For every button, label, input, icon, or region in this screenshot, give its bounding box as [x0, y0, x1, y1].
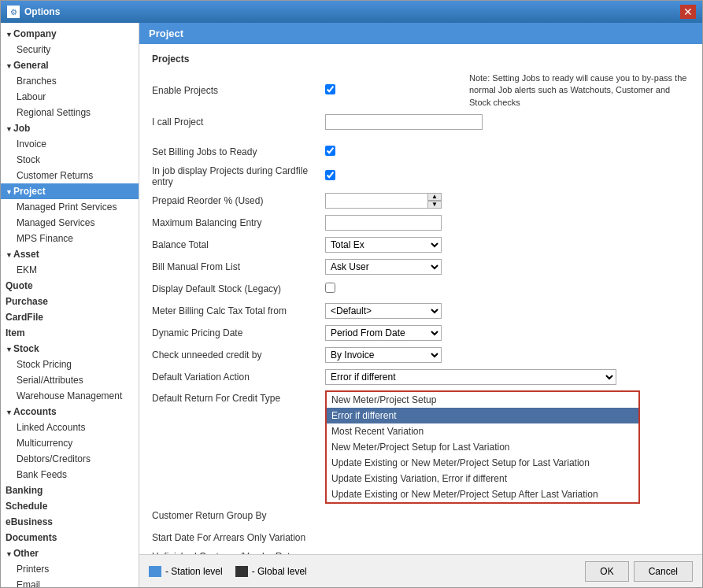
dynamic-pricing-control: Period From Date — [325, 325, 483, 341]
meter-billing-label: Meter Billing Calc Tax Total from — [152, 305, 325, 316]
in-job-display-label: In job display Projects during Cardfile … — [152, 165, 325, 187]
i-call-project-label: I call Project — [152, 116, 325, 128]
check-unneeded-select[interactable]: By Invoice — [325, 347, 442, 363]
section-title: Projects — [152, 54, 690, 65]
max-balancing-row: Maximum Balancing Entry 0.05 — [152, 214, 690, 231]
sidebar-item-serial-attributes[interactable]: Serial/Attributes — [1, 372, 139, 388]
start-date-arrears-row: Start Date For Arrears Only Variation — [152, 529, 690, 546]
enable-projects-checkbox[interactable] — [325, 84, 335, 94]
sidebar-item-other[interactable]: ▼Other — [1, 545, 139, 561]
sidebar-item-ebusiness[interactable]: eBusiness — [1, 514, 139, 530]
customer-return-group-label: Customer Return Group By — [152, 510, 325, 521]
sidebar-item-warehouse[interactable]: Warehouse Management — [1, 388, 139, 404]
sidebar-item-printers[interactable]: Printers — [1, 561, 139, 577]
dropdown-option-update-existing-after[interactable]: Update Existing or New Meter/Project Set… — [327, 486, 638, 502]
sidebar-item-schedule[interactable]: Schedule — [1, 498, 139, 514]
display-default-stock-checkbox[interactable] — [325, 283, 335, 293]
sidebar-item-item[interactable]: Item — [1, 325, 139, 341]
default-return-label: Default Return For Credit Type — [152, 390, 325, 404]
set-billing-label: Set Billing Jobs to Ready — [152, 146, 325, 157]
i-call-project-input[interactable]: Project — [325, 114, 483, 130]
check-unneeded-row: Check unneeded credit by By Invoice — [152, 346, 690, 364]
sidebar-item-quote[interactable]: Quote — [1, 278, 139, 294]
sidebar-item-documents[interactable]: Documents — [1, 530, 139, 545]
sidebar-item-multicurrency[interactable]: Multicurrency — [1, 435, 139, 451]
prepaid-reorder-up[interactable]: ▲ — [427, 193, 442, 201]
prepaid-reorder-down[interactable]: ▼ — [427, 201, 442, 209]
sidebar-item-labour[interactable]: Labour — [1, 89, 139, 105]
sidebar-item-mps-finance[interactable]: MPS Finance — [1, 231, 139, 246]
ok-button[interactable]: OK — [585, 561, 628, 582]
main-content: Project Projects Enable Projects Note: S… — [139, 23, 702, 587]
prepaid-reorder-label: Prepaid Reorder % (Used) — [152, 195, 325, 206]
sidebar-item-asset[interactable]: ▼Asset — [1, 246, 139, 262]
dropdown-option-new-meter-project[interactable]: New Meter/Project Setup — [327, 392, 638, 408]
balance-total-row: Balance Total Total Ex Total Inc — [152, 236, 690, 253]
in-job-display-row: In job display Projects during Cardfile … — [152, 165, 690, 187]
display-default-stock-control — [325, 283, 483, 295]
sidebar-item-bank-feeds[interactable]: Bank Feeds — [1, 467, 139, 483]
dropdown-option-new-meter-last[interactable]: New Meter/Project Setup for Last Variati… — [327, 439, 638, 455]
max-balancing-control: 0.05 — [325, 215, 483, 231]
sidebar-item-security[interactable]: Security — [1, 42, 139, 57]
set-billing-row: Set Billing Jobs to Ready — [152, 143, 690, 161]
sidebar-item-branches[interactable]: Branches — [1, 73, 139, 89]
sidebar-item-banking[interactable]: Banking — [1, 483, 139, 498]
meter-billing-select[interactable]: <Default> — [325, 303, 442, 319]
prepaid-reorder-control: 100 ▲ ▼ — [325, 193, 483, 209]
title-bar-left: ⚙ Options — [7, 6, 60, 18]
global-legend-item: - Global level — [235, 566, 307, 577]
prepaid-reorder-input[interactable]: 100 — [325, 193, 427, 209]
dropdown-option-update-existing-new[interactable]: Update Existing or New Meter/Project Set… — [327, 455, 638, 471]
in-job-display-checkbox[interactable] — [325, 170, 335, 180]
sidebar-item-cardfile[interactable]: CardFile — [1, 309, 139, 325]
sidebar-item-project[interactable]: ▼Project — [1, 183, 139, 199]
sidebar-item-managed-print[interactable]: Managed Print Services — [1, 199, 139, 215]
footer: - Station level - Global level OK Cancel — [139, 554, 702, 587]
sidebar-item-invoice[interactable]: Invoice — [1, 136, 139, 152]
dropdown-option-update-existing-error[interactable]: Update Existing Variation, Error if diff… — [327, 471, 638, 486]
sidebar-item-ekm[interactable]: EKM — [1, 262, 139, 278]
display-default-stock-row: Display Default Stock (Legacy) — [152, 280, 690, 298]
sidebar-item-stock[interactable]: ▼Stock — [1, 341, 139, 357]
balance-total-control: Total Ex Total Inc — [325, 237, 483, 253]
footer-legend: - Station level - Global level — [149, 566, 307, 577]
dynamic-pricing-row: Dynamic Pricing Date Period From Date — [152, 324, 690, 342]
options-window: ⚙ Options ✕ ▼Company Security ▼General B… — [0, 0, 703, 588]
bill-manual-select[interactable]: Ask User — [325, 259, 442, 275]
dropdown-option-most-recent[interactable]: Most Recent Variation — [327, 423, 638, 439]
sidebar-item-company[interactable]: ▼Company — [1, 26, 139, 42]
start-date-arrears-label: Start Date For Arrears Only Variation — [152, 532, 325, 543]
close-button[interactable]: ✕ — [680, 5, 696, 19]
sidebar-item-linked-accounts[interactable]: Linked Accounts — [1, 420, 139, 435]
station-legend-item: - Station level — [149, 566, 223, 577]
sidebar: ▼Company Security ▼General Branches Labo… — [1, 23, 139, 587]
sidebar-item-general[interactable]: ▼General — [1, 57, 139, 73]
sidebar-item-managed-services[interactable]: Managed Services — [1, 215, 139, 231]
sidebar-item-debtors-creditors[interactable]: Debtors/Creditors — [1, 451, 139, 467]
sidebar-item-stock-job[interactable]: Stock — [1, 152, 139, 168]
default-variation-control: Error if different — [325, 369, 640, 385]
global-legend-box — [235, 566, 248, 577]
dynamic-pricing-select[interactable]: Period From Date — [325, 325, 442, 341]
enable-projects-row: Enable Projects Note: Setting Jobs to re… — [152, 72, 690, 109]
content-header: Project — [139, 23, 702, 44]
display-default-stock-label: Display Default Stock (Legacy) — [152, 283, 325, 294]
global-legend-label: - Global level — [252, 566, 307, 577]
sidebar-item-email[interactable]: Email — [1, 577, 139, 587]
in-job-display-control — [325, 170, 483, 183]
default-variation-select[interactable]: Error if different — [325, 369, 616, 385]
cancel-button[interactable]: Cancel — [634, 561, 693, 582]
sidebar-item-accounts[interactable]: ▼Accounts — [1, 404, 139, 420]
balance-total-select[interactable]: Total Ex Total Inc — [325, 237, 442, 253]
sidebar-item-customer-returns[interactable]: Customer Returns — [1, 168, 139, 183]
sidebar-item-job[interactable]: ▼Job — [1, 120, 139, 136]
max-balancing-input[interactable]: 0.05 — [325, 215, 442, 231]
sidebar-item-purchase[interactable]: Purchase — [1, 294, 139, 309]
set-billing-checkbox[interactable] — [325, 146, 335, 156]
customer-return-group-row: Customer Return Group By — [152, 507, 690, 524]
sidebar-item-regional[interactable]: Regional Settings — [1, 105, 139, 120]
sidebar-item-stock-pricing[interactable]: Stock Pricing — [1, 357, 139, 372]
dropdown-option-error-if-different[interactable]: Error if different — [327, 408, 638, 423]
prepaid-reorder-spinners: ▲ ▼ — [427, 193, 442, 209]
